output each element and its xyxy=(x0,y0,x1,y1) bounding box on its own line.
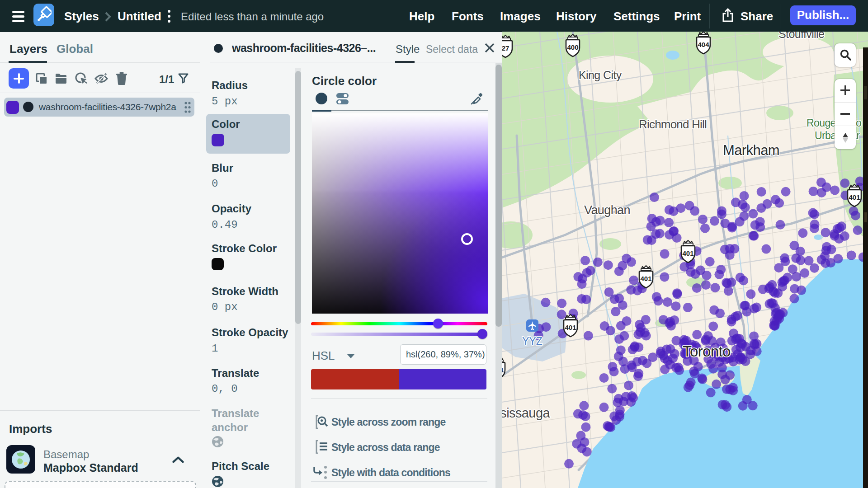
svg-text:Toronto: Toronto xyxy=(683,343,731,360)
svg-text:401: 401 xyxy=(502,366,504,374)
svg-text:401: 401 xyxy=(682,249,693,257)
svg-text:YYZ: YYZ xyxy=(522,335,542,347)
svg-text:27: 27 xyxy=(502,44,509,52)
svg-text:Richmond Hill: Richmond Hill xyxy=(639,117,707,131)
svg-text:404: 404 xyxy=(698,41,709,48)
svg-text:401: 401 xyxy=(565,324,576,331)
svg-text:Vaughan: Vaughan xyxy=(584,203,630,217)
svg-text:Stouffville: Stouffville xyxy=(778,32,824,40)
svg-text:Mississauga: Mississauga xyxy=(502,406,550,420)
svg-text:401: 401 xyxy=(640,275,651,282)
svg-text:King City: King City xyxy=(579,69,622,81)
svg-text:Markham: Markham xyxy=(723,142,779,158)
svg-text:401: 401 xyxy=(849,193,860,201)
svg-text:400: 400 xyxy=(567,43,578,51)
